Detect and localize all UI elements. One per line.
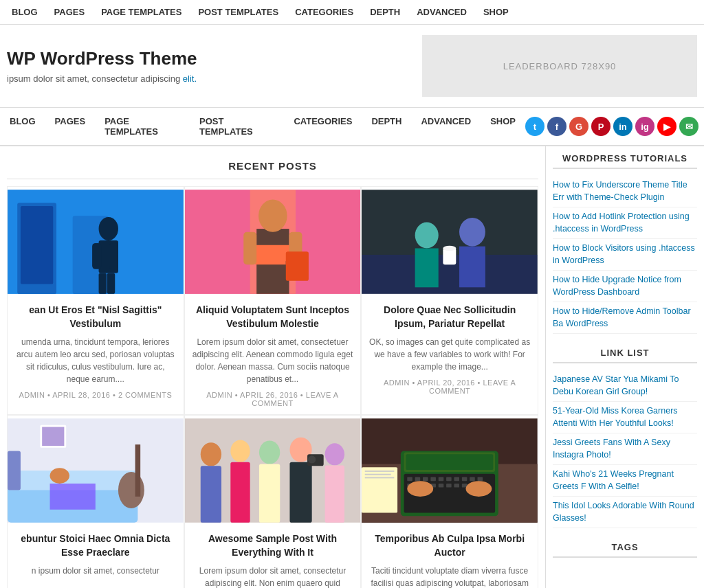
svg-point-21 [258,199,287,231]
post-card-5: Awesome Sample Post With Everything With… [184,415,362,588]
tutorial-link-3[interactable]: How to Block Visitors using .htaccess in… [553,239,697,271]
svg-rect-39 [42,427,64,446]
top-nav-post-templates[interactable]: POST TEMPLATES [190,0,287,24]
svg-rect-60 [431,477,437,482]
email-icon[interactable]: ✉ [679,117,698,136]
post-image-2 [185,187,361,297]
svg-rect-44 [230,462,250,523]
post-excerpt-4: n ipsum dolor sit amet, consectetur [14,565,177,577]
tutorial-link-2[interactable]: How to Add Hotlink Protection using .hta… [553,207,697,239]
linkedin-icon[interactable]: in [613,117,632,136]
posts-grid: ean Ut Eros Et "Nisl Sagittis" Vestibulu… [7,186,538,588]
svg-point-5 [99,217,118,240]
post-meta-1: ADMIN • APRIL 28, 2016 • 2 COMMENTS [14,391,177,399]
svg-rect-17 [243,232,256,264]
post-image-1 [8,187,184,297]
tags-widget: TAGS [553,542,697,558]
post-body-3: Dolore Quae Nec Sollicitudin Ipsum, Pari… [362,297,538,402]
post-title-2[interactable]: Aliquid Voluptatem Sunt Inceptos Vestibu… [192,304,354,330]
post-excerpt-5: Lorem ipsum dolor sit amet, consectetur … [192,565,354,588]
svg-rect-72 [446,484,452,488]
post-title-3[interactable]: Dolore Quae Nec Sollicitudin Ipsum, Pari… [368,304,531,330]
svg-point-43 [230,440,250,462]
post-title-4[interactable]: ebuntur Stoici Haec Omnia Dicta Esse Pra… [14,532,177,559]
post-image-4 [8,416,184,525]
top-navigation: BLOG PAGES PAGE TEMPLATES POST TEMPLATES… [0,0,704,25]
instagram-icon[interactable]: ig [635,117,654,136]
post-image-5 [185,416,361,525]
post-body-6: Temporibus Ab Culpa Ipsa Morbi Auctor Ta… [362,525,538,588]
post-image-3 [362,187,538,297]
post-meta-2: ADMIN • APRIL 26, 2016 • LEAVE A COMMENT [192,391,354,407]
main-nav-post-templates[interactable]: POST TEMPLATES [190,108,284,145]
main-nav-pages[interactable]: PAGES [45,108,96,135]
svg-rect-59 [423,477,428,482]
link-list-item-4[interactable]: Kahi Who's 21 Weeks Pregnant Greets F Wi… [553,465,697,497]
post-excerpt-6: Taciti tincidunt voluptate diam viverra … [368,565,531,588]
post-body-1: ean Ut Eros Et "Nisl Sagittis" Vestibulu… [8,297,184,406]
svg-rect-57 [408,477,413,482]
svg-rect-16 [255,245,290,264]
svg-rect-10 [107,273,115,293]
svg-rect-84 [365,477,395,479]
main-nav-categories[interactable]: CATEGORIES [284,108,362,135]
top-nav-page-templates[interactable]: PAGE TEMPLATES [93,0,190,24]
twitter-icon[interactable]: t [525,117,544,136]
post-card-4: ebuntur Stoici Haec Omnia Dicta Esse Pra… [7,415,184,588]
link-list-item-1[interactable]: Japanese AV Star Yua Mikami To Debu Kore… [553,370,697,402]
link-list-item-3[interactable]: Jessi Greets Fans With A Sexy Instagra P… [553,433,697,465]
svg-rect-33 [8,451,21,490]
top-nav-advanced[interactable]: ADVANCED [408,0,475,24]
recent-posts-title: RECENT POSTS [7,153,538,179]
top-nav-shop[interactable]: SHOP [475,0,517,24]
tagline-link[interactable]: elit. [183,74,197,84]
main-nav-page-templates[interactable]: PAGE TEMPLATES [95,108,190,145]
svg-rect-8 [109,243,118,269]
post-meta-3: ADMIN • APRIL 20, 2016 • LEAVE A COMMENT [368,378,531,395]
hero-text: WP WordPress Theme ipsum dolor sit amet,… [7,48,408,84]
post-body-2: Aliquid Voluptatem Sunt Inceptos Vestibu… [185,297,361,414]
svg-rect-42 [200,466,221,523]
svg-rect-9 [99,273,107,293]
top-nav-pages[interactable]: PAGES [46,0,94,24]
pinterest-icon[interactable]: P [591,117,610,136]
post-body-5: Awesome Sample Post With Everything With… [185,525,361,588]
svg-point-26 [459,218,485,247]
post-excerpt-3: OK, so images can get quite complicated … [368,336,531,373]
tutorial-link-1[interactable]: How to Fix Underscore Theme Title Err wi… [553,176,697,207]
link-list-item-2[interactable]: 51-Year-Old Miss Korea Garners Attenti W… [553,402,697,433]
facebook-icon[interactable]: f [547,117,566,136]
post-title-1[interactable]: ean Ut Eros Et "Nisl Sagittis" Vestibulu… [14,304,177,330]
post-card-1: ean Ut Eros Et "Nisl Sagittis" Vestibulu… [7,186,184,415]
post-card-2: Aliquid Voluptatem Sunt Inceptos Vestibu… [184,186,362,415]
post-image-6 [362,416,538,525]
svg-rect-37 [135,444,141,497]
link-list-item-5[interactable]: This Idol Looks Adorable With Round Glas… [553,497,697,528]
post-title-5[interactable]: Awesome Sample Post With Everything With… [192,532,354,559]
svg-point-29 [443,246,456,251]
post-title-6[interactable]: Temporibus Ab Culpa Ipsa Morbi Auctor [368,532,531,559]
svg-rect-3 [21,206,53,284]
main-navigation: BLOG PAGES PAGE TEMPLATES POST TEMPLATES… [0,108,704,146]
svg-point-79 [408,481,434,497]
svg-rect-78 [406,455,494,471]
svg-point-51 [324,443,344,465]
top-nav-blog[interactable]: BLOG [3,0,46,24]
main-nav-shop[interactable]: SHOP [481,108,525,135]
main-wrapper: RECENT POSTS [0,146,704,588]
main-nav-blog[interactable]: BLOG [0,108,45,135]
sidebar: WORDPRESS TUTORIALS How to Fix Underscor… [546,146,704,588]
main-nav-advanced[interactable]: ADVANCED [411,108,481,135]
tutorial-link-5[interactable]: How to Hide/Remove Admin Toolbar Ba Word… [553,302,697,334]
google-plus-icon[interactable]: G [569,117,588,136]
top-nav-depth[interactable]: DEPTH [362,0,408,24]
top-nav-categories[interactable]: CATEGORIES [287,0,362,24]
svg-rect-46 [259,464,280,523]
main-nav-depth[interactable]: DEPTH [362,108,411,135]
svg-rect-65 [470,477,476,482]
svg-rect-82 [365,471,395,472]
tutorial-link-4[interactable]: How to Hide Upgrade Notice from WordPres… [553,271,697,302]
youtube-icon[interactable]: ▶ [657,117,676,136]
post-excerpt-1: umenda urna, tincidunt tempora, leriores… [14,336,177,385]
svg-rect-25 [415,248,439,287]
